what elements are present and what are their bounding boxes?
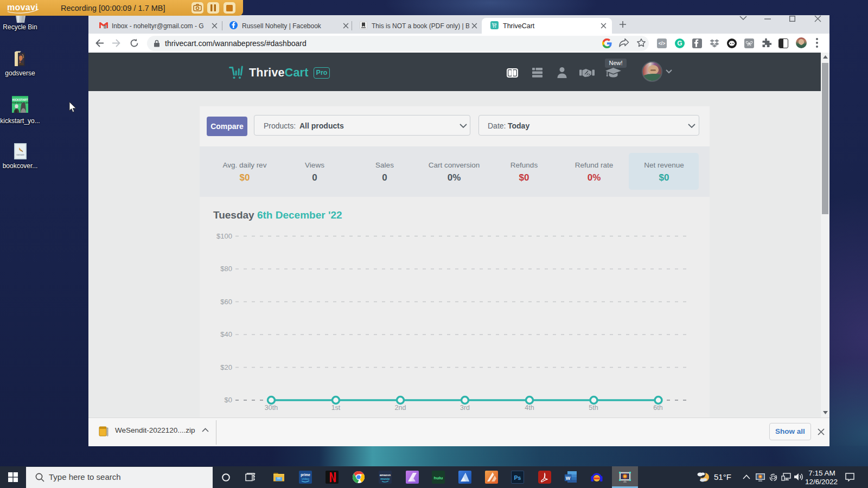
svg-text:Ps: Ps [514, 474, 521, 481]
svg-text:0: 0 [104, 25, 106, 29]
svg-text:KICKSTART: KICKSTART [12, 98, 28, 101]
svg-text:YOUR BOOK SALES: YOUR BOOK SALES [12, 102, 28, 104]
svg-text:amazon: amazon [380, 473, 391, 477]
svg-text:WANNABE: WANNABE [16, 154, 24, 156]
svg-text:hulu: hulu [434, 476, 443, 480]
svg-text:prime: prime [301, 473, 310, 477]
svg-text:W: W [566, 476, 571, 481]
svg-text:music: music [380, 477, 390, 480]
svg-text:movavi: movavi [7, 3, 38, 12]
svg-text:video: video [302, 477, 310, 480]
